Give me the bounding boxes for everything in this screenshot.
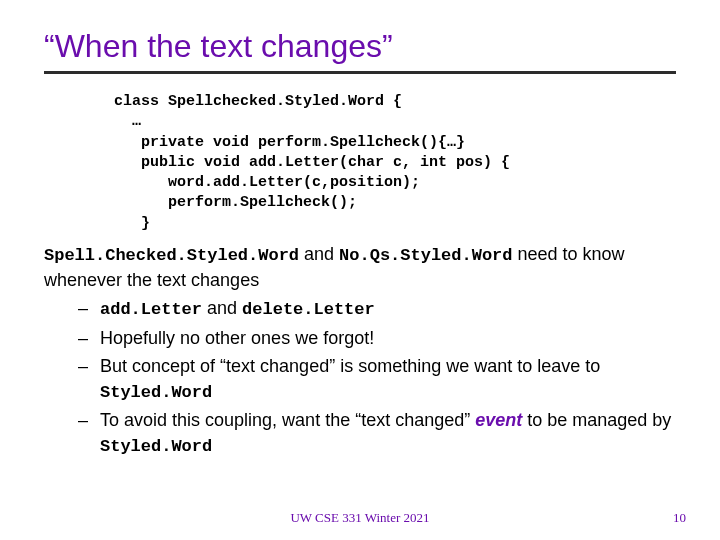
bullet-4-event: event	[475, 410, 522, 430]
class-name-2: No.Qs.Styled.Word	[339, 246, 512, 265]
title-underline	[44, 71, 676, 74]
bullet-4-code: Styled.Word	[100, 437, 212, 456]
bullet-3-pre: But concept of “text changed” is somethi…	[100, 356, 600, 376]
bullet-4: To avoid this coupling, want the “text c…	[44, 408, 676, 458]
slide-title: “When the text changes”	[44, 28, 676, 65]
bullet-1-code-2: delete.Letter	[242, 300, 375, 319]
bullet-4-mid: to be managed by	[522, 410, 671, 430]
footer-text: UW CSE 331 Winter 2021	[0, 510, 720, 526]
bullet-list: add.Letter and delete.Letter Hopefully n…	[44, 296, 676, 459]
page-number: 10	[673, 510, 686, 526]
body-paragraph: Spell.Checked.Styled.Word and No.Qs.Styl…	[44, 242, 676, 292]
code-block: class Spellchecked.Styled.Word { … priva…	[114, 92, 676, 234]
class-name-1: Spell.Checked.Styled.Word	[44, 246, 299, 265]
bullet-1-code-1: add.Letter	[100, 300, 202, 319]
bullet-4-pre: To avoid this coupling, want the “text c…	[100, 410, 475, 430]
bullet-1-mid: and	[202, 298, 242, 318]
para-mid: and	[299, 244, 339, 264]
bullet-3-code: Styled.Word	[100, 383, 212, 402]
bullet-2: Hopefully no other ones we forgot!	[44, 326, 676, 350]
slide: “When the text changes” class Spellcheck…	[0, 0, 720, 459]
bullet-1: add.Letter and delete.Letter	[44, 296, 676, 322]
bullet-3: But concept of “text changed” is somethi…	[44, 354, 676, 404]
